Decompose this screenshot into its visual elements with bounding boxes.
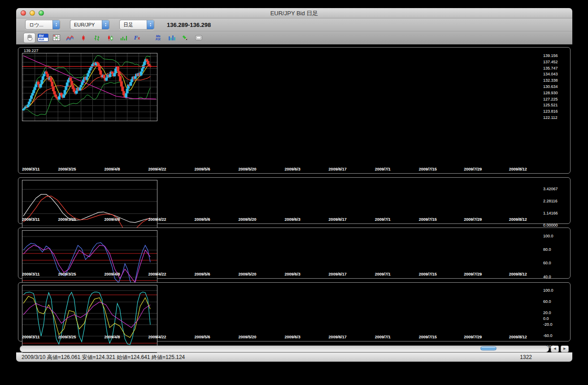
x-axis-label: 2009/3/11 — [22, 217, 40, 222]
y-axis-label: 0.00000 — [543, 223, 558, 228]
stochastics-plot[interactable] — [22, 285, 157, 353]
x-axis-label: 2009/5/20 — [239, 167, 257, 171]
compare-bars-icon — [168, 35, 175, 41]
candlestick-button[interactable] — [77, 33, 89, 43]
histogram-icon — [120, 35, 127, 41]
candle-body — [70, 78, 72, 81]
annotation-button[interactable] — [192, 33, 205, 43]
candlestick-icon — [80, 35, 87, 41]
x-axis-label: 2009/4/8 — [105, 167, 120, 171]
x-axis-label: 2009/7/15 — [419, 167, 437, 171]
x-axis-label: 2009/6/17 — [329, 272, 347, 276]
app-window: EUR/JPY Bid 日足 ロウ... ▲ ▼ EUR/JPY ▲ ▼ 日足 — [16, 8, 572, 362]
y-axis-label: 40.0 — [543, 275, 551, 279]
stepper-icon[interactable]: ▲ ▼ — [147, 20, 154, 29]
indicator-panel-momentum: 3.420672.281161.141660.00000-1.13734 200… — [18, 177, 571, 224]
window-title: EUR/JPY Bid 日足 — [16, 9, 572, 18]
y-axis-label: 20.0 — [543, 311, 551, 315]
rsi-y-axis: 100.080.060.040.020.0 — [541, 230, 569, 271]
scrollbar-track[interactable] — [20, 346, 549, 352]
x-axis-label: 2009/3/11 — [22, 272, 40, 276]
y-axis-label: 128.930 — [543, 91, 558, 95]
stepper-icon[interactable]: ▲ ▼ — [102, 20, 109, 29]
status-bar: 2009/3/10 高値=126.061 安値=124.321 始値=124.6… — [16, 352, 572, 362]
y-axis-label: 80.0 — [543, 247, 551, 252]
toolbar-icons: Bid Ask — [16, 31, 572, 44]
stochastics-x-axis: 2009/3/112009/3/252009/4/82009/4/222009/… — [22, 335, 540, 341]
candle-body — [50, 77, 52, 82]
line-chart-icon — [66, 35, 74, 41]
chart-type-dropdown[interactable]: ロウ... ▲ ▼ — [25, 20, 60, 30]
candle-pair-button[interactable] — [104, 33, 116, 43]
x-axis-label: 2009/8/12 — [509, 167, 527, 171]
y-axis-label: 132.338 — [543, 78, 558, 83]
titlebar[interactable]: EUR/JPY Bid 日足 — [16, 8, 572, 18]
stepper-down-icon: ▼ — [55, 25, 57, 27]
hand-tool-button[interactable] — [23, 33, 35, 43]
bid-ask-button[interactable]: Bid Ask — [37, 33, 49, 43]
x-axis-label: 2009/7/15 — [419, 335, 437, 339]
draw-pencil-button[interactable] — [179, 33, 191, 43]
x-axis-label: 2009/6/3 — [285, 335, 301, 339]
stepper-icon[interactable]: ▲ ▼ — [52, 20, 60, 29]
timeframe-dropdown[interactable]: 日足 ▲ ▼ — [119, 20, 154, 30]
y-axis-label: 125.521 — [543, 103, 558, 107]
data-grid-button[interactable] — [50, 33, 62, 43]
x-axis-label: 2009/7/29 — [464, 335, 482, 339]
symbol-dropdown[interactable]: EUR/JPY ▲ ▼ — [70, 20, 109, 30]
bid-ask-icon: Bid Ask — [38, 34, 48, 42]
main-chart-plot[interactable] — [22, 53, 157, 121]
bid-label: Bid — [38, 34, 48, 38]
scrollbar-thumb[interactable] — [480, 346, 497, 350]
main-chart-y-axis: 139.156137.452135.747134.043132.338130.6… — [541, 53, 569, 166]
y-axis-label: 100.0 — [543, 288, 553, 293]
toolbar-main: ロウ... ▲ ▼ EUR/JPY ▲ ▼ 日足 ▲ ▼ — [16, 18, 572, 31]
y-axis-label: 127.225 — [543, 97, 558, 101]
symbol-value: EUR/JPY — [70, 22, 102, 27]
y-axis-label: 139.156 — [543, 53, 558, 58]
candle-body — [86, 77, 88, 80]
histogram-button[interactable] — [118, 33, 130, 43]
indicator-panel-stochastics: 100.060.020.00.0-20.0-60.0-100.0 2009/3/… — [18, 282, 571, 341]
mafix-button[interactable]: Ma FIX — [152, 33, 164, 43]
candle-body — [118, 71, 121, 76]
x-axis-label: 2009/4/8 — [105, 272, 120, 276]
x-axis-label: 2009/7/15 — [419, 272, 437, 276]
line-chart-button[interactable] — [64, 33, 76, 43]
y-axis-label: 60.0 — [543, 299, 551, 304]
status-ohlc-readout: 2009/3/10 高値=126.061 安値=124.321 始値=124.6… — [22, 354, 185, 361]
y-axis-label: -60.0 — [543, 333, 553, 338]
ask-label: Ask — [38, 38, 48, 41]
x-axis-label: 2009/7/1 — [375, 272, 391, 276]
x-axis-label: 2009/7/29 — [464, 167, 482, 171]
candle-body — [64, 90, 66, 95]
x-axis-label: 2009/5/6 — [195, 217, 210, 222]
x-axis-label: 2009/5/20 — [239, 272, 257, 276]
hand-icon — [26, 34, 33, 41]
mafix-icon: Ma FIX — [156, 35, 161, 41]
compare-bars-button[interactable] — [166, 33, 178, 43]
stochastics-y-axis: 100.060.020.00.0-20.0-60.0-100.0 — [541, 285, 569, 334]
x-axis-label: 2009/8/12 — [509, 272, 527, 276]
stepper-down-icon: ▼ — [149, 25, 152, 27]
x-axis-label: 2009/3/25 — [58, 167, 76, 171]
x-axis-label: 2009/6/3 — [285, 167, 301, 171]
y-axis-label: 2.28116 — [543, 199, 558, 203]
x-axis-label: 2009/8/12 — [509, 217, 527, 222]
y-axis-label: 137.452 — [543, 60, 558, 64]
scroll-right-button[interactable]: ▶ — [561, 346, 569, 352]
ohlc-bars-button[interactable] — [91, 33, 103, 43]
rsi-x-axis: 2009/3/112009/3/252009/4/82009/4/222009/… — [22, 272, 540, 278]
fix-label: FIX — [156, 38, 161, 41]
fx-icon: Fx — [134, 34, 140, 41]
x-axis-label: 2009/5/6 — [195, 335, 210, 339]
x-axis-label: 2009/4/22 — [148, 272, 166, 276]
timeframe-value: 日足 — [120, 22, 147, 28]
y-axis-label: 100.0 — [543, 234, 553, 238]
x-axis-label: 2009/7/1 — [375, 335, 391, 339]
x-axis-label: 2009/4/8 — [105, 217, 120, 222]
x-axis-label: 2009/3/25 — [58, 272, 76, 276]
y-axis-label: 135.747 — [543, 66, 558, 70]
x-axis-label: 2009/7/29 — [464, 217, 482, 222]
fx-button[interactable]: Fx — [131, 33, 143, 43]
